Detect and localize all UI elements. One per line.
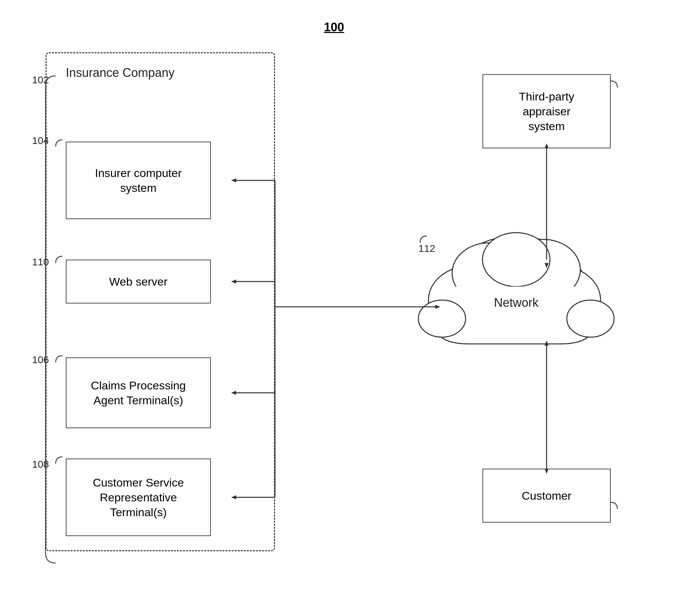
ref-112: 112 <box>418 243 435 254</box>
svg-point-1 <box>428 266 509 334</box>
insurance-company-label: Insurance Company <box>66 66 174 80</box>
customer-label: Customer <box>522 488 571 503</box>
customer-box: Customer <box>482 469 611 523</box>
network-label: Network <box>494 296 539 309</box>
ref-102: 102 <box>32 74 49 86</box>
third-party-box: Third-partyappraisersystem <box>482 74 611 148</box>
diagram-container: 100 Insurance Company 102 104 110 106 10… <box>0 0 692 616</box>
from-customer-arrow <box>545 340 549 346</box>
diagram-title: 100 <box>324 20 344 35</box>
web-server-box: Web server <box>66 260 211 304</box>
network-cloud: Network <box>418 233 614 357</box>
svg-point-5 <box>482 233 550 287</box>
svg-point-3 <box>452 243 526 304</box>
ref-108: 108 <box>32 459 49 470</box>
insurer-computer-system-label: Insurer computersystem <box>95 166 182 195</box>
svg-point-7 <box>418 300 466 337</box>
claims-processing-label: Claims ProcessingAgent Terminal(s) <box>91 378 186 408</box>
to-network-arrowhead <box>435 305 440 309</box>
ref-104: 104 <box>32 135 49 146</box>
insurer-computer-system-box: Insurer computersystem <box>66 141 211 219</box>
svg-point-2 <box>520 266 601 334</box>
svg-point-0 <box>445 236 587 351</box>
svg-rect-6 <box>435 287 590 357</box>
svg-point-4 <box>506 239 580 300</box>
from-thirdparty-arrow <box>545 263 549 268</box>
claims-processing-box: Claims ProcessingAgent Terminal(s) <box>66 357 211 428</box>
web-server-label: Web server <box>109 274 167 289</box>
customer-service-label: Customer ServiceRepresentativeTerminal(s… <box>93 475 184 520</box>
ref-106: 106 <box>32 354 49 366</box>
third-party-label: Third-partyappraisersystem <box>519 89 574 134</box>
svg-point-8 <box>567 300 614 337</box>
customer-service-box: Customer ServiceRepresentativeTerminal(s… <box>66 459 211 536</box>
ref-110: 110 <box>32 256 49 268</box>
